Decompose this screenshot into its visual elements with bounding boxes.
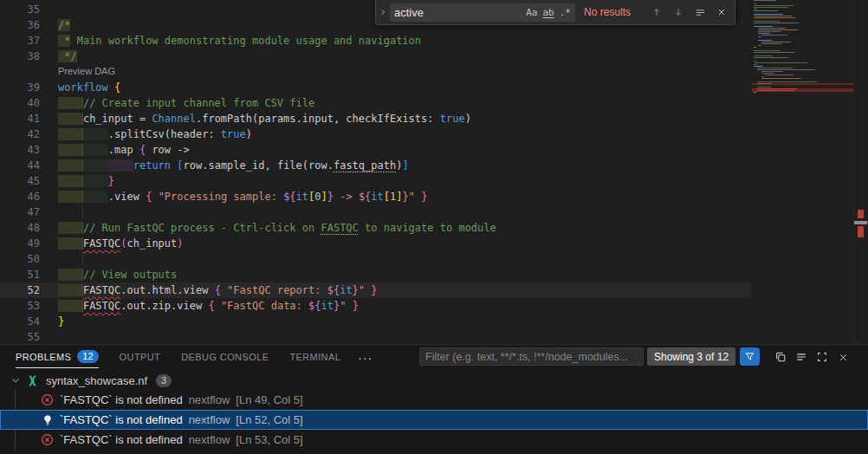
code-line-41[interactable]: 41 ch_input = Channel.fromPath(params.in…: [0, 111, 750, 126]
ruler-cursor-mark: [854, 221, 867, 224]
previous-match-icon[interactable]: [647, 3, 666, 22]
code-line-55[interactable]: 55: [0, 329, 750, 345]
next-match-icon[interactable]: [669, 3, 688, 22]
overview-ruler[interactable]: [853, 0, 868, 344]
line-number[interactable]: 35: [0, 2, 40, 17]
problem-rows: `FASTQC` is not definednextflow[Ln 49, C…: [0, 390, 868, 450]
problem-message: `FASTQC` is not defined: [60, 413, 183, 426]
code-line-39[interactable]: 39workflow {: [0, 80, 750, 95]
problems-tree: syntax_showcase.nf 3 `FASTQC` is not def…: [0, 371, 868, 450]
line-number[interactable]: 42: [0, 126, 40, 142]
code-line-43[interactable]: 43 .map { row ->: [0, 142, 750, 158]
code-line-45[interactable]: 45 }: [0, 173, 750, 189]
close-panel-icon[interactable]: [833, 347, 852, 366]
line-content: .map { row ->: [40, 142, 190, 158]
problem-message: `FASTQC` is not defined: [60, 393, 183, 406]
line-content: * Main workflow demonstrating module usa…: [40, 33, 421, 49]
line-content: return [row.sample_id, file(row.fastq_pa…: [40, 158, 409, 173]
minimap[interactable]: [752, 0, 853, 344]
match-case-icon[interactable]: Aa: [526, 7, 537, 18]
find-widget: Aa ab .* No results: [375, 0, 735, 25]
tab-debug-console[interactable]: DEBUG CONSOLE: [181, 345, 269, 368]
line-number[interactable]: 52: [0, 282, 40, 298]
line-content: [40, 204, 83, 220]
find-input[interactable]: [394, 6, 521, 19]
code-line-50[interactable]: 50: [0, 251, 750, 267]
line-number[interactable]: 43: [0, 142, 40, 158]
code-line-53[interactable]: 53 FASTQC.out.zip.view { "FastQC data: $…: [0, 298, 750, 314]
line-number[interactable]: 49: [0, 236, 40, 251]
line-number[interactable]: 41: [0, 111, 40, 126]
error-icon: [40, 392, 55, 407]
line-content: [40, 2, 58, 17]
code-line-38[interactable]: 38 */: [0, 49, 750, 64]
code-line-46[interactable]: 46 .view { "Processing sample: ${it[0]} …: [0, 189, 750, 204]
tab-output[interactable]: OUTPUT: [120, 345, 161, 368]
problem-location: [Ln 49, Col 5]: [236, 393, 302, 406]
line-number[interactable]: 55: [0, 329, 40, 345]
problem-row[interactable]: `FASTQC` is not definednextflow[Ln 53, C…: [0, 430, 868, 450]
problem-location: [Ln 52, Col 5]: [236, 413, 302, 426]
line-number[interactable]: 38: [0, 49, 40, 64]
find-input-wrap: Aa ab .*: [390, 3, 575, 22]
whole-word-icon[interactable]: ab: [543, 7, 554, 18]
code-line-54[interactable]: 54}: [0, 314, 750, 329]
tab-problems[interactable]: PROBLEMS12: [16, 345, 99, 368]
line-number[interactable]: 36: [0, 17, 40, 33]
toggle-replace-chevron-icon[interactable]: [376, 0, 390, 24]
open-editors-icon[interactable]: [771, 347, 790, 366]
line-number[interactable]: 40: [0, 95, 40, 111]
code-line-49[interactable]: 49 FASTQC(ch_input): [0, 236, 750, 251]
line-content: [40, 251, 83, 267]
line-number[interactable]: 54: [0, 314, 40, 329]
problem-row[interactable]: `FASTQC` is not definednextflow[Ln 49, C…: [0, 390, 868, 410]
line-number[interactable]: 50: [0, 251, 40, 267]
line-content: [40, 329, 58, 345]
code-line-52[interactable]: 52 FASTQC.out.html.view { "FastQC report…: [0, 282, 750, 298]
ruler-error-mark: [858, 226, 864, 237]
line-number[interactable]: 39: [0, 80, 40, 95]
problem-location: [Ln 53, Col 5]: [236, 433, 302, 446]
view-as-table-icon[interactable]: [792, 347, 811, 366]
line-number[interactable]: 53: [0, 298, 40, 314]
line-content: // Run FastQC process - Ctrl-click on FA…: [40, 220, 496, 236]
codelens-preview-dag[interactable]: Preview DAG: [0, 64, 750, 80]
line-number[interactable]: 46: [0, 189, 40, 204]
find-in-selection-icon[interactable]: [690, 3, 709, 22]
line-number[interactable]: 37: [0, 33, 40, 49]
code-line-42[interactable]: 42 .splitCsv(header: true): [0, 126, 750, 142]
line-content: FASTQC.out.zip.view { "FastQC data: ${it…: [40, 298, 359, 314]
file-name: syntax_showcase.nf: [46, 374, 147, 387]
error-icon: [40, 432, 55, 447]
file-problem-count-badge: 3: [156, 374, 172, 387]
line-content: /*: [40, 17, 70, 33]
code-line-37[interactable]: 37 * Main workflow demonstrating module …: [0, 33, 750, 49]
minimap-rows: [752, 0, 853, 95]
maximize-panel-icon[interactable]: [813, 347, 832, 366]
line-content: FASTQC.out.html.view { "FastQC report: $…: [40, 282, 378, 298]
problem-row[interactable]: `FASTQC` is not definednextflow[Ln 52, C…: [0, 410, 868, 430]
code-editor[interactable]: 3536/*37 * Main workflow demonstrating m…: [0, 0, 868, 344]
regex-icon[interactable]: .*: [560, 7, 571, 18]
code-line-51[interactable]: 51 // View outputs: [0, 267, 750, 282]
line-number[interactable]: 47: [0, 204, 40, 220]
code-rows: 3536/*37 * Main workflow demonstrating m…: [0, 2, 750, 345]
chevron-down-icon[interactable]: [9, 373, 23, 387]
line-number[interactable]: 48: [0, 220, 40, 236]
problems-file-group[interactable]: syntax_showcase.nf 3: [0, 371, 868, 390]
problems-filter-input[interactable]: [419, 347, 644, 366]
ruler-error-mark: [858, 210, 864, 218]
line-number[interactable]: 45: [0, 173, 40, 189]
line-number[interactable]: 51: [0, 267, 40, 282]
filter-funnel-icon[interactable]: [740, 347, 760, 366]
code-line-47[interactable]: 47: [0, 204, 750, 220]
code-line-48[interactable]: 48 // Run FastQC process - Ctrl-click on…: [0, 220, 750, 236]
line-content: FASTQC(ch_input): [40, 236, 184, 251]
close-find-icon[interactable]: [712, 3, 731, 22]
line-number[interactable]: 44: [0, 158, 40, 173]
code-line-40[interactable]: 40 // Create input channel from CSV file: [0, 95, 750, 111]
tab-terminal[interactable]: TERMINAL: [289, 345, 340, 368]
more-views-icon[interactable]: ···: [358, 349, 372, 365]
code-line-44[interactable]: 44 return [row.sample_id, file(row.fastq…: [0, 158, 750, 173]
panel-header: PROBLEMS12OUTPUTDEBUG CONSOLETERMINAL ··…: [0, 345, 868, 368]
